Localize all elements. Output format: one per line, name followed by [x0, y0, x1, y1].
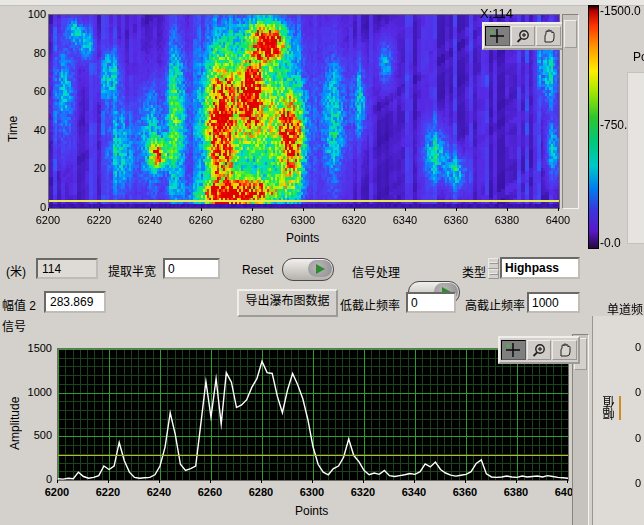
tick-label: 6400 [533, 214, 583, 226]
reset-toggle-cap [308, 260, 332, 277]
crosshair-tool-button[interactable] [501, 340, 526, 360]
amp2-value-indicator: 283.869 [44, 291, 106, 313]
meter-label: (米) [6, 262, 26, 279]
tick-label: 6300 [287, 486, 337, 498]
signal-processing-label: 信号处理 [352, 263, 400, 280]
time-cursor-line[interactable] [49, 200, 559, 202]
crosshair-icon [505, 343, 521, 357]
right-clipped-panel-top [627, 72, 644, 244]
tick-label: 0 [623, 340, 641, 354]
tick-label: 6360 [431, 214, 481, 226]
spinner-up-button[interactable] [488, 258, 499, 269]
labview-front-panel: Time 100806040200 6200622062406260628063… [0, 0, 644, 525]
top-chart-xtickmarks [48, 208, 559, 211]
export-waterfall-button[interactable]: 导出瀑布图数据 [237, 289, 338, 317]
tick-label: 0 [20, 472, 52, 486]
top-strip [0, 0, 644, 6]
tick-label: 6280 [227, 214, 277, 226]
tick-label: 6260 [176, 214, 226, 226]
pan-hand-icon [557, 343, 573, 357]
pan-tool-button[interactable] [536, 26, 561, 46]
tick-label: 20 [14, 161, 46, 175]
tick-label: 6220 [83, 486, 133, 498]
top-graph-toolbar [482, 22, 564, 50]
bottom-graph-toolbar [498, 336, 580, 364]
bottom-chart-yticks: 150010005000 [20, 341, 52, 486]
tick-label: 6320 [338, 486, 388, 498]
pan-hand-icon [541, 29, 557, 43]
tick-label: 80 [14, 46, 46, 60]
tick-label: 6240 [134, 486, 184, 498]
up-arrow-icon [489, 262, 498, 264]
single-channel-label: 单道频 [607, 300, 644, 317]
high-cutoff-label: 高截止频率 [465, 296, 525, 313]
zoom-tool-button[interactable] [511, 26, 536, 46]
signal-label: 信号 [2, 317, 26, 334]
crosshair-icon [489, 29, 505, 43]
color-scale-max: -1500.0 [600, 4, 641, 18]
zoom-icon [515, 29, 531, 43]
type-label: 类型 [462, 263, 486, 280]
tick-label: 6340 [389, 486, 439, 498]
tick-label: 0 [623, 476, 641, 490]
spinner-down-button[interactable] [488, 269, 499, 280]
tick-label: 6360 [440, 486, 490, 498]
down-arrow-icon [489, 273, 498, 275]
low-cutoff-input[interactable] [406, 292, 456, 313]
green-arrow-icon [316, 264, 325, 274]
zoom-tool-button[interactable] [527, 340, 552, 360]
tick-label: 6200 [23, 214, 73, 226]
tick-label: 6300 [278, 214, 328, 226]
top-chart-xticks: 6200622062406260628063006320634063606380… [23, 214, 583, 226]
reset-toggle-button[interactable] [282, 258, 334, 281]
reset-label: Reset [242, 263, 273, 277]
high-cutoff-input[interactable] [527, 292, 580, 313]
amp2-label: 幅值 2 [2, 296, 36, 313]
cursor-readout: X:114 [480, 6, 513, 21]
right-clipped-panel-bottom: 幅值 0000 [592, 316, 644, 525]
top-graph-scrollbar-thumb[interactable] [564, 20, 577, 48]
bottom-chart-xticks: 6200622062406260628063006320634063606380… [32, 486, 592, 498]
meter-value-indicator: 114 [36, 258, 98, 279]
half-width-label: 提取半宽 [108, 262, 156, 279]
tick-label: 40 [14, 123, 46, 137]
type-spinner[interactable] [488, 258, 499, 279]
right-panel-ylabel: 幅值 [601, 396, 621, 420]
pan-tool-button[interactable] [552, 340, 577, 360]
color-scale-bar [588, 5, 599, 249]
tick-label: 6240 [125, 214, 175, 226]
right-clipped-label: Po [633, 50, 644, 64]
tick-label: 6380 [491, 486, 541, 498]
tick-label: 6220 [74, 214, 124, 226]
half-width-input[interactable] [163, 258, 220, 279]
bottom-chart-xlabel: Points [295, 504, 328, 518]
bottom-chart-xtickmarks [57, 480, 568, 483]
tick-label: 6260 [185, 486, 235, 498]
tick-label: 1500 [20, 341, 52, 355]
waveform-canvas[interactable] [58, 349, 568, 480]
tick-label: 6320 [329, 214, 379, 226]
color-scale-min: -0.0 [600, 236, 621, 250]
crosshair-tool-button[interactable] [485, 26, 510, 46]
tick-label: 1000 [20, 385, 52, 399]
tick-label: 6380 [482, 214, 532, 226]
tick-label: 6200 [32, 486, 82, 498]
top-graph-scrollbar[interactable] [562, 14, 579, 209]
tick-label: 0 [623, 385, 641, 399]
top-chart-xlabel: Points [286, 231, 319, 245]
tick-label: 100 [14, 7, 46, 21]
filter-type-ring[interactable]: Highpass [500, 257, 580, 279]
tick-label: 500 [20, 428, 52, 442]
right-panel-ticks: 0000 [623, 340, 641, 490]
tick-label: 0 [623, 431, 641, 445]
tick-label: 6340 [380, 214, 430, 226]
tick-label: 6280 [236, 486, 286, 498]
low-cutoff-label: 低截止频率 [340, 296, 400, 313]
top-chart-yticks: 100806040200 [14, 7, 46, 214]
tick-label: 60 [14, 84, 46, 98]
tick-label: 0 [14, 200, 46, 214]
zoom-icon [531, 343, 547, 357]
waveform-plot[interactable] [57, 348, 569, 481]
